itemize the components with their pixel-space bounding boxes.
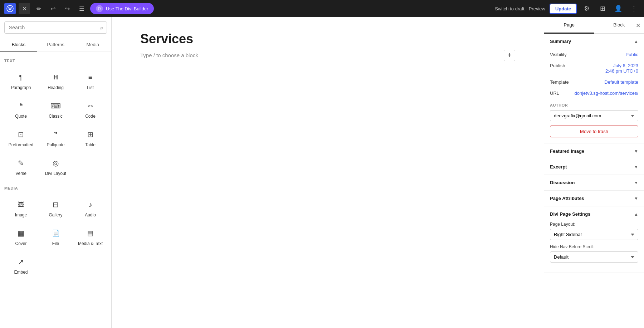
page-layout-select[interactable]: Right Sidebar (550, 229, 638, 240)
page-title-input[interactable] (140, 31, 515, 46)
url-value[interactable]: donjetv3.sg-host.com/services/ (575, 90, 638, 96)
publish-date: July 6, 2023 (613, 63, 638, 68)
block-list[interactable]: List (74, 67, 107, 94)
summary-section-header[interactable]: Summary ▲ (544, 34, 644, 49)
close-panel-button[interactable]: ✕ (636, 22, 640, 29)
preview-button[interactable]: Preview (529, 6, 545, 11)
divi-settings-title: Divi Page Settings (550, 211, 590, 217)
block-code-label: Code (85, 114, 96, 119)
excerpt-title: Excerpt (550, 164, 567, 170)
url-label: URL (550, 90, 559, 96)
main-layout: ⌕ Blocks Patterns Media TEXT Paragraph H… (0, 17, 644, 328)
hide-nav-label: Hide Nav Before Scroll: (550, 244, 638, 249)
close-button[interactable]: ✕ (19, 3, 30, 14)
excerpt-section: Excerpt ▼ (544, 159, 644, 175)
discussion-section: Discussion ▼ (544, 175, 644, 191)
media-text-icon (85, 227, 96, 239)
block-audio[interactable]: Audio (74, 195, 107, 222)
block-embed[interactable]: Embed (4, 252, 38, 279)
left-panel: ⌕ Blocks Patterns Media TEXT Paragraph H… (0, 17, 112, 328)
visibility-row: Visibility Public (550, 49, 638, 60)
divi-button-label: Use The Divi Builder (106, 6, 148, 11)
redo-button[interactable]: ↪ (62, 3, 73, 14)
user-button[interactable]: 👤 (613, 3, 624, 14)
block-image[interactable]: Image (4, 195, 38, 222)
block-cover[interactable]: Cover (4, 223, 38, 250)
tab-patterns[interactable]: Patterns (37, 38, 74, 52)
tab-media[interactable]: Media (74, 38, 111, 52)
pullquote-icon (50, 129, 62, 140)
update-button[interactable]: Update (550, 4, 577, 14)
featured-image-section: Featured image ▼ (544, 143, 644, 159)
topbar-left: W ✕ ✏ ↩ ↪ ☰ D Use The Divi Builder (4, 3, 154, 14)
block-image-label: Image (15, 212, 27, 217)
right-panel: Page Block ✕ Summary ▲ Visibility Public… (544, 17, 644, 328)
block-paragraph-label: Paragraph (11, 85, 31, 90)
block-gallery[interactable]: Gallery (39, 195, 72, 222)
svg-text:W: W (8, 7, 12, 11)
blocks-list: TEXT Paragraph Heading List Quote (0, 52, 111, 328)
wp-logo: W (4, 3, 16, 14)
block-table-label: Table (85, 142, 96, 147)
block-code[interactable]: Code (74, 96, 107, 123)
block-table[interactable]: Table (74, 124, 107, 152)
divi-settings-header[interactable]: Divi Page Settings ▲ (544, 206, 644, 222)
text-section-label: TEXT (4, 59, 107, 63)
discussion-header[interactable]: Discussion ▼ (544, 175, 644, 190)
block-file[interactable]: File (39, 223, 72, 250)
quote-icon (15, 100, 27, 112)
settings-toggle-button[interactable]: ⚙ (581, 3, 592, 14)
tools-button[interactable]: ⊞ (597, 3, 608, 14)
move-to-trash-button[interactable]: Move to trash (550, 126, 638, 137)
hide-nav-select[interactable]: Default (550, 251, 638, 263)
options-button[interactable]: ⋮ (628, 3, 640, 14)
block-preformatted[interactable]: Preformatted (4, 124, 38, 152)
table-icon (85, 129, 96, 140)
media-blocks-grid: Image Gallery Audio Cover File (4, 195, 107, 279)
block-divi-layout[interactable]: Divi Layout (39, 153, 72, 180)
template-value[interactable]: Default template (604, 79, 638, 85)
block-media-text[interactable]: Media & Text (74, 223, 107, 250)
block-verse[interactable]: Verse (4, 153, 38, 180)
gallery-icon (50, 199, 62, 210)
page-attributes-header[interactable]: Page Attributes ▼ (544, 191, 644, 206)
edit-button[interactable]: ✏ (33, 3, 44, 14)
block-heading[interactable]: Heading (39, 67, 72, 94)
featured-image-header[interactable]: Featured image ▼ (544, 143, 644, 159)
block-paragraph[interactable]: Paragraph (4, 67, 38, 94)
search-bar: ⌕ (0, 17, 111, 38)
page-attributes-chevron-icon: ▼ (634, 196, 638, 201)
visibility-value[interactable]: Public (626, 52, 638, 57)
featured-image-title: Featured image (550, 148, 584, 154)
editor-area: Type / to choose a block + (112, 17, 544, 328)
undo-button[interactable]: ↩ (47, 3, 59, 14)
publish-row: Publish July 6, 2023 2:46 pm UTC+0 (550, 60, 638, 77)
publish-value[interactable]: July 6, 2023 2:46 pm UTC+0 (605, 63, 638, 74)
block-quote[interactable]: Quote (4, 96, 38, 123)
block-heading-label: Heading (48, 85, 64, 90)
block-divi-layout-label: Divi Layout (45, 171, 66, 176)
block-cover-label: Cover (15, 241, 26, 246)
block-verse-label: Verse (15, 171, 26, 176)
excerpt-header[interactable]: Excerpt ▼ (544, 159, 644, 175)
search-input[interactable] (5, 22, 107, 33)
tab-blocks[interactable]: Blocks (0, 38, 37, 52)
divi-builder-button[interactable]: D Use The Divi Builder (90, 3, 154, 14)
page-attributes-title: Page Attributes (550, 196, 584, 201)
page-attributes-section: Page Attributes ▼ (544, 191, 644, 206)
summary-chevron-icon: ▲ (634, 39, 638, 44)
add-block-button[interactable]: + (504, 50, 515, 61)
switch-to-draft-button[interactable]: Switch to draft (495, 6, 524, 11)
text-blocks-grid: Paragraph Heading List Quote Classic (4, 67, 107, 180)
file-icon (50, 227, 62, 239)
list-view-button[interactable]: ☰ (76, 3, 87, 14)
block-audio-label: Audio (85, 212, 96, 217)
block-pullquote[interactable]: Pullquote (39, 124, 72, 152)
tab-page[interactable]: Page (544, 17, 594, 34)
code-icon (85, 100, 96, 112)
topbar-right: Switch to draft Preview Update ⚙ ⊞ 👤 ⋮ (495, 3, 640, 14)
author-select[interactable]: deezgrafix@gmail.com (550, 110, 638, 121)
divi-page-settings-section: Divi Page Settings ▲ Page Layout: Right … (544, 206, 644, 273)
block-classic[interactable]: Classic (39, 96, 72, 123)
block-placeholder[interactable]: Type / to choose a block (140, 52, 198, 58)
